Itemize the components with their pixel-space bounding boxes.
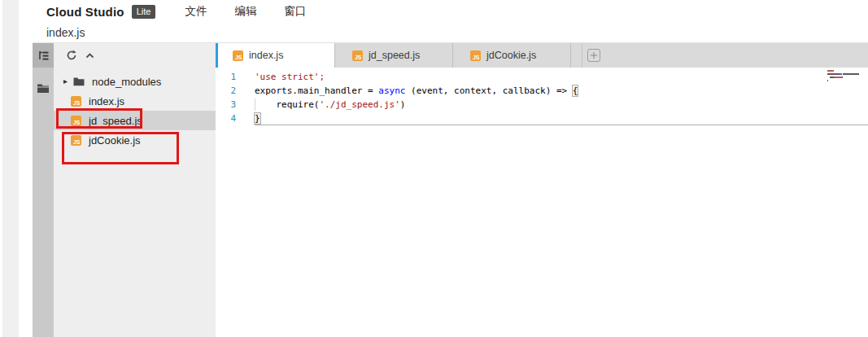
file-explorer-panel: ▸node_modulesJSindex.jsJSjd_speed.jsJSjd… bbox=[54, 43, 216, 337]
tabbar-separator bbox=[582, 43, 582, 68]
app-logo: Cloud Studio bbox=[46, 5, 124, 19]
tab-jdCookie.js[interactable]: JSjdCookie.js bbox=[453, 43, 571, 68]
collapse-all-icon[interactable] bbox=[84, 50, 96, 62]
code-line-3: 3 require('./jd_speed.js') bbox=[216, 98, 868, 112]
tab-label: jd_speed.js bbox=[369, 50, 420, 61]
tab-label: jdCookie.js bbox=[486, 50, 536, 61]
expand-arrow-icon[interactable]: ▸ bbox=[63, 77, 72, 85]
code-text: exports.main_handler = async (event, con… bbox=[255, 84, 868, 98]
annotation-rect-2 bbox=[62, 132, 179, 164]
list-tree-icon bbox=[37, 50, 50, 62]
menu-group: 文件编辑窗口 bbox=[155, 4, 306, 19]
code-text: 'use strict'; bbox=[255, 70, 868, 84]
js-file-icon: JS bbox=[352, 50, 363, 61]
code-editor[interactable]: 1'use strict';2exports.main_handler = as… bbox=[216, 68, 868, 337]
tab-bar: JSindex.jsJSjd_speed.jsJSjdCookie.js bbox=[216, 43, 868, 68]
tab-jd_speed.js[interactable]: JSjd_speed.js bbox=[335, 43, 453, 68]
tree-item-label: index.js bbox=[89, 95, 124, 107]
minimap-line bbox=[827, 73, 865, 75]
editor-pane: JSindex.jsJSjd_speed.jsJSjdCookie.js 1'u… bbox=[216, 43, 868, 337]
menu-item-2[interactable]: 编辑 bbox=[234, 4, 256, 19]
tab-label: index.js bbox=[249, 50, 283, 61]
code-line-1: 1'use strict'; bbox=[216, 70, 868, 84]
tab-index.js[interactable]: JSindex.js bbox=[216, 43, 335, 68]
folder-icon bbox=[37, 82, 50, 94]
line-number: 4 bbox=[216, 112, 236, 125]
annotation-rect-1 bbox=[56, 108, 142, 129]
top-menu-bar: Cloud Studio Lite 文件编辑窗口 bbox=[33, 0, 868, 23]
code-text: } bbox=[255, 112, 868, 125]
menu-item-3[interactable]: 窗口 bbox=[284, 4, 306, 19]
code-text: require('./jd_speed.js') bbox=[255, 98, 868, 112]
minimap[interactable] bbox=[827, 70, 865, 83]
open-file-title: index.js bbox=[46, 26, 85, 39]
js-file-icon: JS bbox=[71, 96, 81, 107]
refresh-icon[interactable] bbox=[65, 50, 77, 62]
explorer-toolbar bbox=[54, 43, 216, 68]
cloud-studio-window: Cloud Studio Lite 文件编辑窗口 index.js bbox=[33, 0, 868, 337]
activity-bar bbox=[33, 43, 54, 337]
main-area: ▸node_modulesJSindex.jsJSjd_speed.jsJSjd… bbox=[33, 43, 868, 337]
title-bar: index.js bbox=[33, 23, 868, 43]
code-line-2: 2exports.main_handler = async (event, co… bbox=[216, 84, 868, 98]
new-tab-button[interactable] bbox=[587, 49, 600, 62]
tree-item-node_modules[interactable]: ▸node_modules bbox=[54, 72, 216, 91]
minimap-line bbox=[827, 80, 865, 81]
minimap-line bbox=[827, 77, 865, 78]
minimap-line bbox=[827, 70, 865, 72]
plus-icon bbox=[590, 51, 598, 59]
indent-guide bbox=[255, 98, 255, 111]
folder-view-button[interactable] bbox=[33, 76, 54, 100]
tree-item-label: node_modules bbox=[92, 76, 161, 88]
explorer-tree-button[interactable] bbox=[33, 43, 54, 68]
js-file-icon: JS bbox=[470, 50, 481, 61]
folder-icon bbox=[73, 77, 85, 86]
page-left-gutter bbox=[2, 0, 19, 337]
code-lines: 1'use strict';2exports.main_handler = as… bbox=[216, 70, 868, 125]
line-number: 2 bbox=[216, 84, 236, 98]
lite-badge: Lite bbox=[132, 5, 156, 19]
menu-item-1[interactable]: 文件 bbox=[185, 4, 207, 19]
line-number: 1 bbox=[216, 70, 236, 84]
line-number: 3 bbox=[216, 98, 236, 112]
js-file-icon: JS bbox=[233, 50, 243, 61]
code-line-4: 4} bbox=[216, 112, 868, 125]
